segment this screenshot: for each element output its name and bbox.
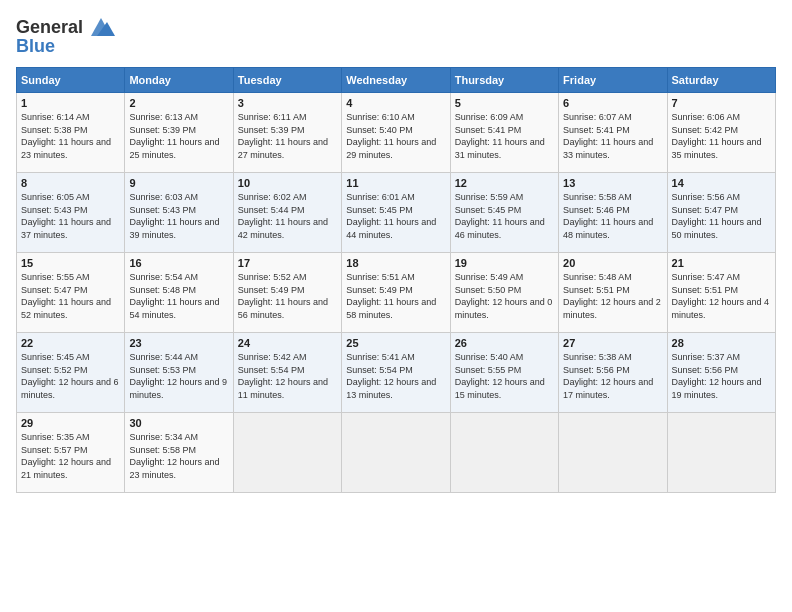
calendar-cell: 6 Sunrise: 6:07 AM Sunset: 5:41 PM Dayli… <box>559 93 667 173</box>
calendar-cell: 30 Sunrise: 5:34 AM Sunset: 5:58 PM Dayl… <box>125 413 233 493</box>
calendar-cell: 5 Sunrise: 6:09 AM Sunset: 5:41 PM Dayli… <box>450 93 558 173</box>
day-info: Sunrise: 6:09 AM Sunset: 5:41 PM Dayligh… <box>455 111 554 161</box>
calendar-cell <box>342 413 450 493</box>
day-info: Sunrise: 5:49 AM Sunset: 5:50 PM Dayligh… <box>455 271 554 321</box>
day-info: Sunrise: 5:55 AM Sunset: 5:47 PM Dayligh… <box>21 271 120 321</box>
day-number: 2 <box>129 97 228 109</box>
day-number: 26 <box>455 337 554 349</box>
week-row-2: 8 Sunrise: 6:05 AM Sunset: 5:43 PM Dayli… <box>17 173 776 253</box>
day-info: Sunrise: 6:06 AM Sunset: 5:42 PM Dayligh… <box>672 111 771 161</box>
day-info: Sunrise: 5:52 AM Sunset: 5:49 PM Dayligh… <box>238 271 337 321</box>
calendar-cell: 17 Sunrise: 5:52 AM Sunset: 5:49 PM Dayl… <box>233 253 341 333</box>
day-info: Sunrise: 5:34 AM Sunset: 5:58 PM Dayligh… <box>129 431 228 481</box>
logo-icon <box>87 16 115 38</box>
calendar-cell: 23 Sunrise: 5:44 AM Sunset: 5:53 PM Dayl… <box>125 333 233 413</box>
calendar-cell: 8 Sunrise: 6:05 AM Sunset: 5:43 PM Dayli… <box>17 173 125 253</box>
day-info: Sunrise: 5:41 AM Sunset: 5:54 PM Dayligh… <box>346 351 445 401</box>
calendar-cell: 29 Sunrise: 5:35 AM Sunset: 5:57 PM Dayl… <box>17 413 125 493</box>
logo: General Blue <box>16 16 115 57</box>
day-info: Sunrise: 6:10 AM Sunset: 5:40 PM Dayligh… <box>346 111 445 161</box>
day-info: Sunrise: 5:38 AM Sunset: 5:56 PM Dayligh… <box>563 351 662 401</box>
calendar-cell: 7 Sunrise: 6:06 AM Sunset: 5:42 PM Dayli… <box>667 93 775 173</box>
day-header-saturday: Saturday <box>667 68 775 93</box>
day-number: 13 <box>563 177 662 189</box>
day-number: 17 <box>238 257 337 269</box>
day-info: Sunrise: 5:59 AM Sunset: 5:45 PM Dayligh… <box>455 191 554 241</box>
day-number: 12 <box>455 177 554 189</box>
calendar-cell: 11 Sunrise: 6:01 AM Sunset: 5:45 PM Dayl… <box>342 173 450 253</box>
calendar-cell: 4 Sunrise: 6:10 AM Sunset: 5:40 PM Dayli… <box>342 93 450 173</box>
calendar-cell: 13 Sunrise: 5:58 AM Sunset: 5:46 PM Dayl… <box>559 173 667 253</box>
day-number: 18 <box>346 257 445 269</box>
logo-text-general: General <box>16 17 83 37</box>
day-header-wednesday: Wednesday <box>342 68 450 93</box>
day-info: Sunrise: 5:42 AM Sunset: 5:54 PM Dayligh… <box>238 351 337 401</box>
day-info: Sunrise: 6:05 AM Sunset: 5:43 PM Dayligh… <box>21 191 120 241</box>
day-info: Sunrise: 5:37 AM Sunset: 5:56 PM Dayligh… <box>672 351 771 401</box>
day-number: 28 <box>672 337 771 349</box>
day-number: 16 <box>129 257 228 269</box>
day-info: Sunrise: 5:54 AM Sunset: 5:48 PM Dayligh… <box>129 271 228 321</box>
day-info: Sunrise: 5:40 AM Sunset: 5:55 PM Dayligh… <box>455 351 554 401</box>
calendar-cell: 9 Sunrise: 6:03 AM Sunset: 5:43 PM Dayli… <box>125 173 233 253</box>
day-info: Sunrise: 6:03 AM Sunset: 5:43 PM Dayligh… <box>129 191 228 241</box>
day-number: 20 <box>563 257 662 269</box>
logo-text-blue: Blue <box>16 36 55 56</box>
calendar-cell <box>450 413 558 493</box>
week-row-5: 29 Sunrise: 5:35 AM Sunset: 5:57 PM Dayl… <box>17 413 776 493</box>
calendar-cell: 1 Sunrise: 6:14 AM Sunset: 5:38 PM Dayli… <box>17 93 125 173</box>
day-info: Sunrise: 6:02 AM Sunset: 5:44 PM Dayligh… <box>238 191 337 241</box>
calendar-cell: 28 Sunrise: 5:37 AM Sunset: 5:56 PM Dayl… <box>667 333 775 413</box>
day-info: Sunrise: 5:35 AM Sunset: 5:57 PM Dayligh… <box>21 431 120 481</box>
calendar-cell: 16 Sunrise: 5:54 AM Sunset: 5:48 PM Dayl… <box>125 253 233 333</box>
day-number: 1 <box>21 97 120 109</box>
day-info: Sunrise: 5:48 AM Sunset: 5:51 PM Dayligh… <box>563 271 662 321</box>
day-header-friday: Friday <box>559 68 667 93</box>
calendar-cell: 14 Sunrise: 5:56 AM Sunset: 5:47 PM Dayl… <box>667 173 775 253</box>
day-number: 14 <box>672 177 771 189</box>
day-info: Sunrise: 6:14 AM Sunset: 5:38 PM Dayligh… <box>21 111 120 161</box>
calendar-cell: 3 Sunrise: 6:11 AM Sunset: 5:39 PM Dayli… <box>233 93 341 173</box>
day-number: 7 <box>672 97 771 109</box>
day-header-sunday: Sunday <box>17 68 125 93</box>
day-info: Sunrise: 6:11 AM Sunset: 5:39 PM Dayligh… <box>238 111 337 161</box>
day-info: Sunrise: 5:51 AM Sunset: 5:49 PM Dayligh… <box>346 271 445 321</box>
day-info: Sunrise: 5:44 AM Sunset: 5:53 PM Dayligh… <box>129 351 228 401</box>
calendar-cell: 24 Sunrise: 5:42 AM Sunset: 5:54 PM Dayl… <box>233 333 341 413</box>
day-number: 19 <box>455 257 554 269</box>
calendar-cell: 26 Sunrise: 5:40 AM Sunset: 5:55 PM Dayl… <box>450 333 558 413</box>
week-row-4: 22 Sunrise: 5:45 AM Sunset: 5:52 PM Dayl… <box>17 333 776 413</box>
week-row-1: 1 Sunrise: 6:14 AM Sunset: 5:38 PM Dayli… <box>17 93 776 173</box>
calendar-cell <box>667 413 775 493</box>
calendar-cell: 22 Sunrise: 5:45 AM Sunset: 5:52 PM Dayl… <box>17 333 125 413</box>
day-info: Sunrise: 5:47 AM Sunset: 5:51 PM Dayligh… <box>672 271 771 321</box>
day-number: 9 <box>129 177 228 189</box>
day-info: Sunrise: 5:45 AM Sunset: 5:52 PM Dayligh… <box>21 351 120 401</box>
day-number: 25 <box>346 337 445 349</box>
day-number: 27 <box>563 337 662 349</box>
calendar-cell: 18 Sunrise: 5:51 AM Sunset: 5:49 PM Dayl… <box>342 253 450 333</box>
day-number: 4 <box>346 97 445 109</box>
calendar-cell <box>559 413 667 493</box>
day-number: 3 <box>238 97 337 109</box>
day-header-thursday: Thursday <box>450 68 558 93</box>
day-info: Sunrise: 6:07 AM Sunset: 5:41 PM Dayligh… <box>563 111 662 161</box>
day-info: Sunrise: 5:56 AM Sunset: 5:47 PM Dayligh… <box>672 191 771 241</box>
calendar-cell: 15 Sunrise: 5:55 AM Sunset: 5:47 PM Dayl… <box>17 253 125 333</box>
day-number: 10 <box>238 177 337 189</box>
day-number: 22 <box>21 337 120 349</box>
week-row-3: 15 Sunrise: 5:55 AM Sunset: 5:47 PM Dayl… <box>17 253 776 333</box>
calendar-header-row: SundayMondayTuesdayWednesdayThursdayFrid… <box>17 68 776 93</box>
page-header: General Blue <box>16 16 776 57</box>
calendar-cell: 12 Sunrise: 5:59 AM Sunset: 5:45 PM Dayl… <box>450 173 558 253</box>
calendar-cell: 10 Sunrise: 6:02 AM Sunset: 5:44 PM Dayl… <box>233 173 341 253</box>
day-number: 29 <box>21 417 120 429</box>
calendar-cell <box>233 413 341 493</box>
day-number: 15 <box>21 257 120 269</box>
calendar-cell: 25 Sunrise: 5:41 AM Sunset: 5:54 PM Dayl… <box>342 333 450 413</box>
calendar-cell: 19 Sunrise: 5:49 AM Sunset: 5:50 PM Dayl… <box>450 253 558 333</box>
day-header-tuesday: Tuesday <box>233 68 341 93</box>
calendar-cell: 27 Sunrise: 5:38 AM Sunset: 5:56 PM Dayl… <box>559 333 667 413</box>
day-number: 21 <box>672 257 771 269</box>
calendar-cell: 21 Sunrise: 5:47 AM Sunset: 5:51 PM Dayl… <box>667 253 775 333</box>
